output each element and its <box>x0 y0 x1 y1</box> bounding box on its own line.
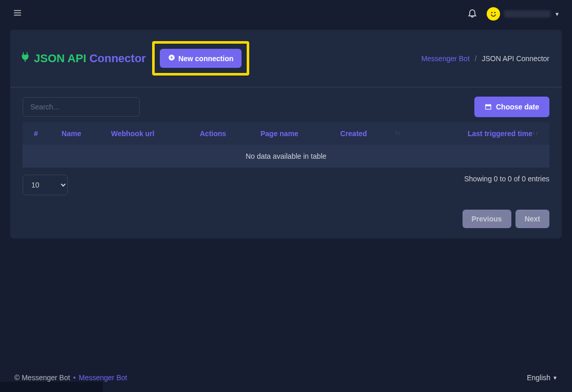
bottom-bar <box>0 382 103 392</box>
empty-row: No data available in table <box>23 145 549 167</box>
breadcrumb-current: JSON API Connector <box>482 54 549 63</box>
footer-link[interactable]: Messenger Bot <box>79 374 127 382</box>
pagination-info: Showing 0 to 0 of 0 entries <box>464 175 549 183</box>
menu-toggle-button[interactable] <box>12 8 23 20</box>
breadcrumb-separator: / <box>475 54 477 63</box>
language-select[interactable]: English ▼ <box>527 374 558 382</box>
empty-message: No data available in table <box>23 145 549 167</box>
col-created-label: Created <box>340 129 367 138</box>
page-title: JSON API Connector <box>20 51 146 66</box>
footer-left: © Messenger Bot • Messenger Bot <box>14 374 127 382</box>
username-label <box>504 10 550 17</box>
notifications-button[interactable] <box>467 8 477 20</box>
table-footer: 10 Showing 0 to 0 of 0 entries <box>10 167 562 195</box>
choose-date-label: Choose date <box>496 103 539 111</box>
breadcrumb: Messenger Bot / JSON API Connector <box>421 54 549 63</box>
title-part2: Connector <box>89 52 146 65</box>
col-page-name[interactable]: Page name <box>255 122 335 145</box>
table-wrap: # Name Webhook url Actions Page name Cre… <box>10 122 562 167</box>
col-last-triggered[interactable]: Last triggered time ↑↓ <box>405 122 549 145</box>
previous-button[interactable]: Previous <box>463 210 511 228</box>
pagination: Previous Next <box>10 195 562 228</box>
new-connection-button[interactable]: New connection <box>160 49 242 68</box>
calendar-icon <box>485 103 492 110</box>
col-webhook[interactable]: Webhook url <box>106 122 195 145</box>
top-navbar: ▼ <box>0 0 572 28</box>
chevron-down-icon: ▼ <box>555 11 560 17</box>
svg-point-2 <box>494 12 496 13</box>
plug-icon <box>20 51 31 66</box>
dot-separator: • <box>73 374 76 382</box>
highlight-box: New connection <box>152 41 249 76</box>
page-header: JSON API Connector New connection Messen… <box>10 30 562 87</box>
hamburger-icon <box>12 8 23 17</box>
sort-icon: ↑↓ <box>532 129 538 136</box>
col-name[interactable]: Name <box>57 122 106 145</box>
search-input[interactable] <box>23 97 140 117</box>
header-left: JSON API Connector New connection <box>20 41 249 76</box>
toolbar: Choose date <box>10 87 562 122</box>
svg-point-1 <box>491 12 493 13</box>
col-last-triggered-label: Last triggered time <box>468 129 532 138</box>
copyright: © Messenger Bot <box>14 374 70 382</box>
title-part1: JSON API <box>34 52 86 65</box>
col-index[interactable]: # <box>23 122 57 145</box>
language-label: English <box>527 374 550 382</box>
navbar-right: ▼ <box>467 7 560 21</box>
avatar <box>487 7 500 21</box>
col-created[interactable]: Created ↑↓ <box>335 122 405 145</box>
plus-circle-icon <box>168 54 175 63</box>
chevron-down-icon: ▼ <box>552 375 558 381</box>
choose-date-button[interactable]: Choose date <box>474 97 549 117</box>
page-size-select[interactable]: 10 <box>23 175 68 195</box>
smiley-icon <box>488 9 499 19</box>
col-actions[interactable]: Actions <box>195 122 255 145</box>
next-button[interactable]: Next <box>515 210 549 228</box>
sort-icon: ↑↓ <box>395 129 400 136</box>
svg-point-0 <box>489 9 498 18</box>
bell-icon <box>467 8 477 18</box>
connections-table: # Name Webhook url Actions Page name Cre… <box>23 122 549 167</box>
breadcrumb-parent[interactable]: Messenger Bot <box>421 54 470 63</box>
user-menu[interactable]: ▼ <box>487 7 560 21</box>
page-footer: © Messenger Bot • Messenger Bot English … <box>0 374 572 382</box>
new-connection-label: New connection <box>178 54 233 63</box>
main-card: JSON API Connector New connection Messen… <box>10 30 562 238</box>
